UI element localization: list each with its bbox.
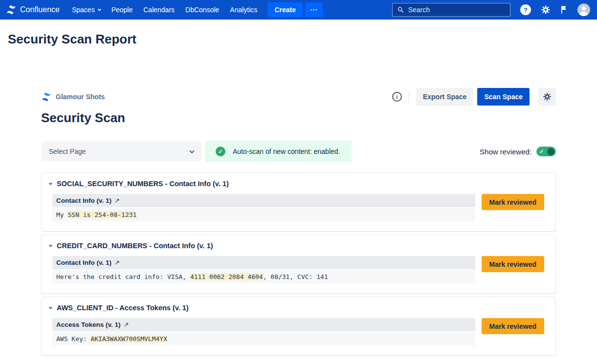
confluence-logo-icon: [6, 4, 17, 15]
scan-space-button[interactable]: Scan Space: [477, 88, 530, 106]
external-link-icon: ↗: [114, 197, 120, 204]
gear-icon: [543, 92, 552, 101]
nav-item-spaces[interactable]: Spaces: [66, 0, 106, 20]
autoscan-status-text: Auto-scan of new content: enabled.: [233, 148, 340, 155]
source-page-link[interactable]: Access Tokens (v. 1) ↗: [52, 318, 475, 332]
nav-item-analytics[interactable]: Analytics: [224, 0, 263, 20]
finding-card-credit-card: CREDIT_CARD_NUMBERS - Contact Info (v. 1…: [41, 235, 556, 294]
external-link-icon: ↗: [124, 321, 129, 328]
space-header-row: Glamour Shots i Export Space Scan Space: [41, 88, 556, 106]
divider: [409, 90, 409, 103]
flag-icon[interactable]: [560, 5, 568, 14]
collapse-chevron-icon: [49, 181, 52, 185]
scan-settings-button[interactable]: [538, 88, 556, 106]
mark-reviewed-button[interactable]: Mark reviewed: [482, 318, 545, 334]
nav-item-calendars[interactable]: Calendars: [138, 0, 180, 20]
finding-card-aws-client-id: AWS_CLIENT_ID - Access Tokens (v. 1) Acc…: [41, 297, 556, 356]
snippet-text: AWS Key: AKIA3WAXW700SMVLM4YX: [52, 332, 475, 345]
mark-reviewed-button[interactable]: Mark reviewed: [482, 256, 545, 272]
show-reviewed-group: Show reviewed: ✓: [480, 147, 556, 156]
create-button[interactable]: Create: [267, 2, 303, 17]
finding-card-header[interactable]: CREDIT_CARD_NUMBERS - Contact Info (v. 1…: [42, 235, 555, 255]
chevron-down-icon: [190, 149, 195, 153]
highlighted-match: SSN is 254-08-1231: [67, 211, 136, 218]
more-button[interactable]: ⋯: [305, 2, 323, 17]
info-icon[interactable]: i: [392, 92, 402, 102]
confluence-home-link[interactable]: Confluence: [6, 4, 60, 15]
source-page-link[interactable]: Contact Info (v. 1) ↗: [52, 256, 475, 270]
highlighted-match: AKIA3WAXW700SMVLM4YX: [90, 335, 167, 343]
finding-card-body: Contact Info (v. 1) ↗ My SSN is 254-08-1…: [42, 193, 555, 231]
filter-row: Select Page ✓ Auto-scan of new content: …: [41, 141, 556, 162]
show-reviewed-label: Show reviewed:: [480, 148, 531, 156]
help-icon[interactable]: ?: [520, 4, 531, 15]
finding-title: CREDIT_CARD_NUMBERS - Contact Info (v. 1…: [57, 242, 213, 250]
check-icon: ✓: [539, 149, 544, 154]
finding-card-header[interactable]: AWS_CLIENT_ID - Access Tokens (v. 1): [42, 297, 555, 317]
snippet-table: Access Tokens (v. 1) ↗ AWS Key: AKIA3WAX…: [52, 318, 475, 345]
brand-name: Confluence: [20, 5, 60, 14]
nav-item-people[interactable]: People: [106, 0, 138, 20]
collapse-chevron-icon: [49, 243, 52, 247]
toggle-knob: [547, 148, 554, 155]
search-input[interactable]: [408, 6, 505, 14]
panel-actions: i Export Space Scan Space: [392, 88, 556, 106]
space-name: Glamour Shots: [56, 93, 105, 101]
mark-reviewed-button[interactable]: Mark reviewed: [482, 194, 545, 210]
finding-title: AWS_CLIENT_ID - Access Tokens (v. 1): [57, 304, 189, 312]
snippet-text: Here's the credit card info: VISA, 4111 …: [52, 270, 475, 283]
nav-right-group: ?: [392, 3, 590, 17]
snippet-table: Contact Info (v. 1) ↗ My SSN is 254-08-1…: [52, 194, 475, 221]
export-space-button[interactable]: Export Space: [416, 88, 473, 106]
snippet-text: My SSN is 254-08-1231: [52, 208, 475, 221]
security-scan-panel: Glamour Shots i Export Space Scan Space: [41, 88, 556, 356]
top-navigation: Confluence Spaces People Calendars DbCon…: [0, 0, 597, 20]
finding-card-body: Access Tokens (v. 1) ↗ AWS Key: AKIA3WAX…: [42, 317, 555, 355]
snippet-table: Contact Info (v. 1) ↗ Here's the credit …: [52, 256, 475, 283]
settings-gear-icon[interactable]: [541, 5, 551, 15]
finding-card-body: Contact Info (v. 1) ↗ Here's the credit …: [42, 255, 555, 293]
search-icon: [398, 6, 404, 13]
external-link-icon: ↗: [114, 259, 120, 266]
show-reviewed-toggle[interactable]: ✓: [536, 147, 556, 156]
check-circle-icon: ✓: [216, 147, 225, 156]
avatar[interactable]: [577, 3, 590, 16]
finding-card-social-security: SOCIAL_SECURITY_NUMBERS - Contact Info (…: [41, 172, 556, 232]
collapse-chevron-icon: [49, 305, 52, 309]
section-heading: Security Scan: [41, 110, 556, 126]
finding-card-header[interactable]: SOCIAL_SECURITY_NUMBERS - Contact Info (…: [42, 173, 555, 193]
finding-title: SOCIAL_SECURITY_NUMBERS - Contact Info (…: [57, 180, 229, 188]
page-title: Security Scan Report: [8, 32, 589, 47]
highlighted-match: 4111 0062 2084 4604: [190, 273, 263, 280]
space-logo-icon: [41, 92, 51, 102]
autoscan-status-banner: ✓ Auto-scan of new content: enabled.: [205, 141, 352, 162]
nav-item-dbconsole[interactable]: DbConsole: [180, 0, 224, 20]
select-page-value: Select Page: [49, 148, 86, 155]
chevron-down-icon: [98, 7, 101, 11]
search-box[interactable]: [392, 3, 510, 17]
source-page-link[interactable]: Contact Info (v. 1) ↗: [52, 194, 475, 208]
select-page-dropdown[interactable]: Select Page: [41, 142, 201, 161]
